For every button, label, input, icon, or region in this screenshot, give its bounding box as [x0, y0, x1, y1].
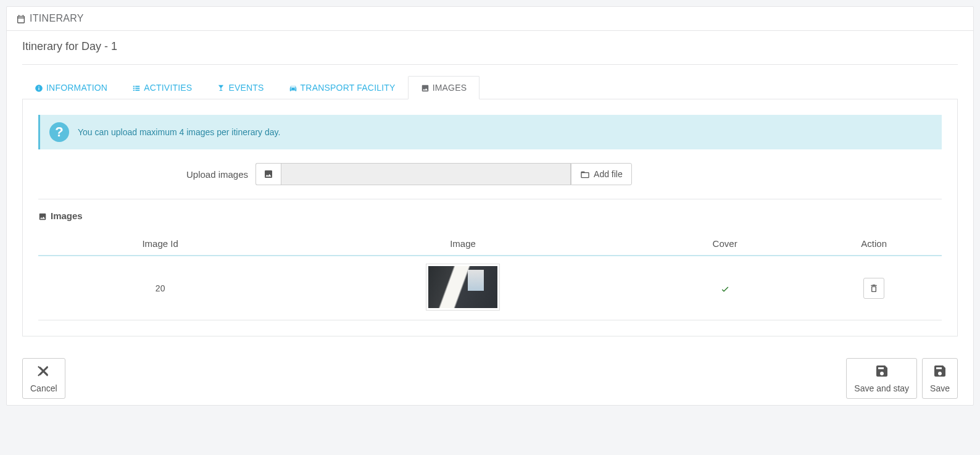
tab-events[interactable]: EVENTS	[204, 76, 276, 99]
image-thumbnail[interactable]	[426, 264, 500, 311]
tab-transport[interactable]: TRANSPORT FACILITY	[276, 76, 408, 99]
cancel-label: Cancel	[30, 383, 57, 393]
cell-image-id: 20	[38, 256, 282, 320]
glass-icon	[217, 83, 225, 93]
image-icon	[38, 211, 47, 221]
save-icon	[874, 364, 889, 381]
calendar-icon	[16, 13, 26, 23]
list-icon	[132, 83, 141, 93]
footer-actions: Cancel Save and stay Save	[7, 346, 973, 405]
tab-images[interactable]: IMAGES	[408, 76, 480, 99]
tab-information[interactable]: INFORMATION	[22, 76, 120, 99]
alert-message: You can upload maximum 4 images per itin…	[78, 127, 280, 137]
panel-title: ITINERARY	[30, 13, 84, 24]
itinerary-panel: ITINERARY Itinerary for Day - 1 INFORMAT…	[6, 6, 974, 406]
delete-button[interactable]	[863, 278, 884, 299]
table-row: 20	[38, 256, 942, 320]
save-and-stay-button[interactable]: Save and stay	[846, 358, 917, 399]
question-icon: ?	[49, 122, 69, 142]
tab-label: EVENTS	[228, 83, 264, 93]
svg-rect-7	[133, 90, 135, 91]
save-label: Save	[930, 383, 950, 393]
cell-image-thumb	[282, 256, 644, 320]
tab-label: ACTIVITIES	[144, 83, 192, 93]
save-stay-label: Save and stay	[854, 383, 909, 393]
tab-activities[interactable]: ACTIVITIES	[120, 76, 204, 99]
image-icon	[255, 163, 281, 185]
tab-content: ? You can upload maximum 4 images per it…	[22, 99, 958, 336]
save-button[interactable]: Save	[922, 358, 958, 399]
upload-row: Upload images Add file	[38, 163, 942, 199]
car-icon	[289, 83, 297, 93]
svg-rect-8	[135, 90, 139, 91]
tab-label: INFORMATION	[46, 83, 107, 93]
tab-list: INFORMATION ACTIVITIES EVENTS	[22, 76, 958, 99]
close-icon	[36, 364, 51, 381]
info-icon	[35, 83, 43, 93]
svg-rect-3	[133, 86, 135, 87]
svg-rect-4	[135, 86, 139, 87]
tab-label: TRANSPORT FACILITY	[301, 83, 396, 93]
images-table: Image Id Image Cover Action 20	[38, 232, 942, 320]
cancel-button[interactable]: Cancel	[22, 358, 65, 399]
add-file-button[interactable]: Add file	[571, 163, 632, 185]
folder-open-icon	[580, 169, 590, 180]
col-header-cover: Cover	[644, 232, 807, 256]
svg-rect-6	[135, 88, 139, 89]
image-icon	[421, 83, 430, 93]
cell-action	[806, 256, 942, 320]
svg-point-2	[38, 86, 39, 86]
check-icon	[720, 283, 730, 293]
add-file-label: Add file	[594, 169, 623, 179]
col-header-action: Action	[806, 232, 942, 256]
upload-label: Upload images	[186, 169, 248, 180]
cell-cover	[644, 256, 807, 320]
col-header-image: Image	[282, 232, 644, 256]
svg-rect-1	[38, 88, 39, 90]
save-icon	[932, 364, 947, 381]
file-input-display[interactable]	[281, 163, 571, 185]
col-header-id: Image Id	[38, 232, 282, 256]
images-section-title: Images	[38, 211, 942, 221]
section-title-text: Images	[51, 211, 83, 221]
trash-icon	[869, 283, 879, 293]
svg-rect-5	[133, 88, 135, 89]
tab-label: IMAGES	[433, 83, 467, 93]
panel-header: ITINERARY	[7, 7, 973, 31]
info-alert: ? You can upload maximum 4 images per it…	[38, 115, 942, 149]
page-subtitle: Itinerary for Day - 1	[22, 40, 958, 65]
